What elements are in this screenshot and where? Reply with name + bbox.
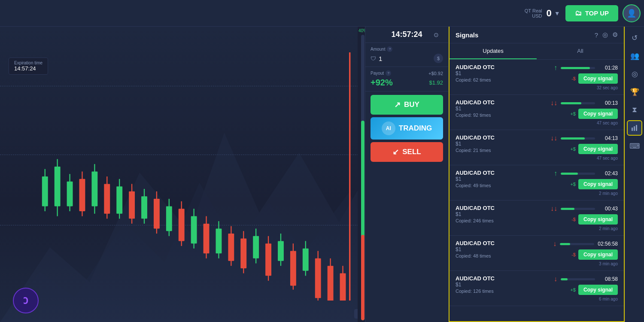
signal-copy-row: -$ Copy signal — [571, 73, 618, 84]
signals-compass-button[interactable]: ◎ — [602, 31, 608, 39]
trading-panel: 14:57:24 ⊙ Amount ? 🛡 1 $ Payout ? +$0.9… — [365, 27, 449, 322]
signal-time-row: ↓↓ 04:13 — [550, 134, 618, 142]
signal-amount: $1 — [456, 246, 551, 252]
payout-row: +92% $1.92 — [371, 78, 443, 88]
signal-ago: 6 min ago — [599, 297, 618, 301]
signal-copied: Copied: 49 times — [456, 183, 552, 188]
signal-change: +$ — [570, 182, 576, 187]
signals-tab-all[interactable]: All — [537, 43, 624, 59]
signal-right: ↓ 08:58 +$ Copy signal 6 min ago — [554, 275, 618, 301]
signals-settings-button[interactable]: ⚙ — [612, 31, 618, 39]
signal-item: AUD/CAD OTC $1 Copied: 126 times ↓ 08:58… — [450, 271, 624, 306]
signal-copy-row: +$ Copy signal — [570, 179, 618, 189]
amount-help-icon[interactable]: ? — [387, 46, 392, 52]
account-balance: 0 — [547, 8, 552, 19]
expiration-section: 14:57:24 ⊙ — [365, 27, 448, 43]
signal-pair: AUD/CAD OTC — [456, 99, 549, 106]
payout-help-icon[interactable]: ? — [386, 70, 391, 76]
buy-button[interactable]: ↗ BUY — [371, 95, 443, 115]
signal-copy-row: +$ Copy signal — [570, 144, 618, 154]
amount-section: Amount ? 🛡 1 $ — [365, 43, 448, 67]
copy-signal-button[interactable]: Copy signal — [578, 144, 618, 154]
wallet-icon: 🗂 — [575, 9, 582, 17]
ai-trading-button[interactable]: AI TRADING — [371, 117, 443, 140]
payout-label: Payout ? +$0.92 — [371, 70, 443, 76]
signal-amount: $1 — [456, 176, 552, 182]
signal-time: 08:58 — [598, 276, 618, 282]
signal-bar-fill — [561, 173, 578, 175]
signal-wave-icon — [631, 124, 638, 132]
account-info: QT Real USD 0 ▼ — [525, 8, 560, 19]
top-up-label: TOP UP — [585, 9, 609, 17]
signal-copied: Copied: 62 times — [456, 77, 552, 82]
signals-title: Signals — [456, 31, 478, 39]
balance-dropdown-icon[interactable]: ▼ — [554, 10, 560, 17]
avatar-icon: 👤 — [627, 9, 636, 18]
signal-item: AUD/CAD OTC $1 Copied: 49 times ↑ 02:43 … — [450, 165, 624, 200]
signal-right: ↓ 02:56:58 -$ Copy signal 3 min ago — [553, 240, 618, 266]
copy-signal-button[interactable]: Copy signal — [578, 109, 618, 119]
signals-help-button[interactable]: ? — [595, 31, 598, 39]
signal-copied: Copied: 126 times — [456, 289, 552, 294]
right-sidebar: ↺ 👥 ◎ 🏆 ⧗ ⌨ — [625, 27, 644, 322]
account-currency: USD — [532, 13, 542, 18]
signal-item: AUD/CAD OTC $1 Copied: 48 times ↓ 02:56:… — [450, 236, 624, 271]
sidebar-target-button[interactable]: ◎ — [627, 66, 642, 82]
currency-icon[interactable]: $ — [434, 54, 443, 63]
signal-bar — [561, 67, 595, 69]
avatar[interactable]: 👤 — [623, 4, 641, 22]
signal-bar — [561, 278, 595, 280]
amount-row: 🛡 1 $ — [371, 54, 443, 63]
signal-copy-row: +$ Copy signal — [570, 109, 618, 119]
signals-header-icons: ? ◎ ⚙ — [595, 31, 618, 39]
copy-signal-button[interactable]: Copy signal — [578, 249, 618, 260]
copy-signal-button[interactable]: Copy signal — [578, 179, 618, 189]
payout-note: +$0.92 — [428, 71, 443, 76]
amount-label: Amount ? — [371, 46, 443, 52]
sell-button[interactable]: ↙ SELL — [371, 142, 443, 162]
signals-list: AUD/CAD OTC $1 Copied: 62 times ↑ 01:28 … — [450, 60, 624, 316]
top-up-button[interactable]: 🗂 TOP UP — [565, 5, 618, 21]
signal-bar-fill — [561, 278, 568, 280]
signal-item: AUD/CAD OTC $1 Copied: 21 times ↓↓ 04:13… — [450, 130, 624, 165]
sidebar-history-button[interactable]: ↺ — [627, 30, 642, 46]
shield-icon: 🛡 — [371, 55, 376, 62]
signals-tab-updates[interactable]: Updates — [450, 43, 537, 59]
copy-signal-button[interactable]: Copy signal — [578, 214, 618, 225]
sidebar-hourglass-button[interactable]: ⧗ — [627, 102, 642, 118]
signal-time-row: ↓ 08:58 — [554, 275, 618, 283]
expiration-icon[interactable]: ⊙ — [434, 31, 439, 38]
account-type: QT Real — [525, 8, 542, 13]
signal-right: ↓↓ 00:43 -$ Copy signal 2 min ago — [550, 205, 618, 231]
signal-pair: AUD/CAD OTC — [456, 170, 552, 176]
signal-bar-fill — [561, 102, 581, 104]
signal-bar — [560, 243, 594, 245]
signal-copy-row: -$ Copy signal — [571, 214, 618, 225]
payout-percent: +92% — [371, 78, 393, 88]
signal-amount: $1 — [456, 282, 552, 288]
signals-tabs: Updates All — [450, 43, 624, 60]
svg-rect-52 — [632, 128, 633, 131]
signal-right: ↓↓ 00:13 +$ Copy signal 47 sec ago — [550, 99, 618, 125]
signal-time: 04:13 — [598, 135, 618, 141]
signal-ago: 2 min ago — [599, 226, 618, 231]
copy-signal-button[interactable]: Copy signal — [578, 73, 618, 84]
payout-amount: $1.92 — [429, 79, 443, 86]
sidebar-signal-button[interactable] — [627, 120, 642, 136]
signal-item: AUD/CAD OTC $1 Copied: 92 times ↓↓ 00:13… — [450, 95, 624, 130]
sidebar-trophy-button[interactable]: 🏆 — [627, 84, 642, 100]
signal-time: 00:43 — [598, 206, 618, 212]
sidebar-keyboard-button[interactable]: ⌨ — [627, 138, 642, 154]
expiration-label: Expiration time — [14, 61, 43, 65]
copy-signal-button[interactable]: Copy signal — [578, 285, 618, 295]
signal-copy-row: +$ Copy signal — [570, 285, 618, 295]
signal-copied: Copied: 48 times — [456, 253, 551, 258]
signal-right: ↑ 01:28 -$ Copy signal 32 sec ago — [554, 64, 618, 90]
signal-time: 02:56:58 — [598, 241, 618, 247]
signal-time: 02:43 — [598, 170, 618, 176]
signal-ago: 47 sec ago — [597, 156, 618, 161]
sidebar-users-button[interactable]: 👥 — [627, 48, 642, 64]
header: QT Real USD 0 ▼ 🗂 TOP UP 👤 — [0, 0, 644, 27]
signal-time-row: ↓↓ 00:43 — [550, 205, 618, 213]
payout-section: Payout ? +$0.92 +92% $1.92 — [365, 67, 448, 91]
